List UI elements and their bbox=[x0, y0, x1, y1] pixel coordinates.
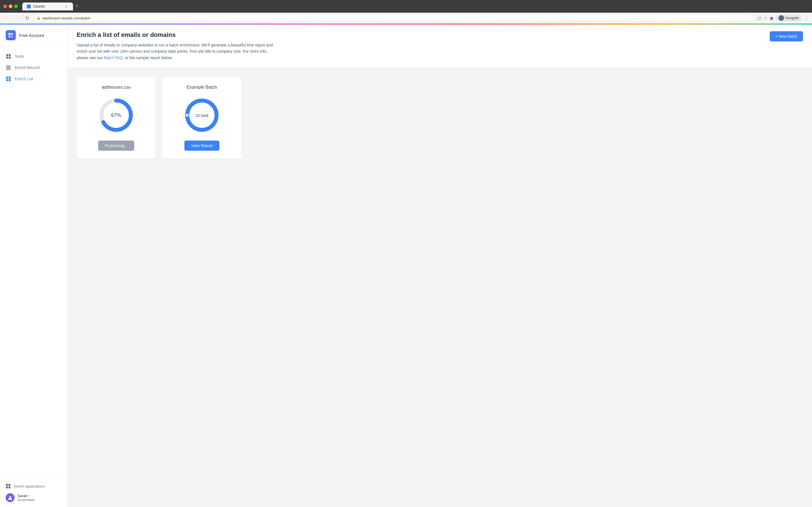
svg-rect-12 bbox=[9, 76, 11, 78]
donut-chart-addresses: 67% bbox=[96, 96, 136, 135]
chevron-icon: ▾ bbox=[29, 494, 30, 497]
close-button[interactable] bbox=[3, 4, 7, 8]
tools-icon bbox=[6, 54, 11, 59]
page-header: Enrich a list of emails or domains Uploa… bbox=[68, 24, 812, 68]
menu-icon[interactable]: ⋮ bbox=[804, 15, 809, 21]
minimize-button[interactable] bbox=[9, 4, 12, 8]
svg-rect-7 bbox=[9, 57, 11, 59]
description-text-2: , or the sample report below. bbox=[123, 55, 172, 60]
card-title-example: Example Batch bbox=[187, 85, 217, 90]
enrich-list-label: Enrich List bbox=[15, 76, 33, 81]
sidebar-logo: Free Account bbox=[0, 24, 67, 46]
page-description: Upload a list of emails or company websi… bbox=[77, 42, 274, 61]
tab-favicon bbox=[27, 4, 31, 8]
logo-icon bbox=[6, 30, 16, 40]
back-button[interactable]: ← bbox=[3, 15, 11, 21]
svg-rect-4 bbox=[6, 54, 8, 56]
svg-rect-18 bbox=[8, 487, 10, 489]
donut-center-example: 10 total bbox=[195, 112, 208, 118]
svg-rect-17 bbox=[6, 487, 8, 489]
svg-rect-14 bbox=[9, 79, 11, 81]
user-profile[interactable]: Sarah ▾ Screenlane bbox=[6, 491, 62, 504]
sidebar: Free Account Tools bbox=[0, 24, 68, 507]
forward-button[interactable]: → bbox=[13, 15, 21, 21]
url-text: dashboard.clearbit.com/batch bbox=[42, 16, 91, 20]
sidebar-footer: Switch applications Sarah ▾ Screenlane bbox=[0, 476, 67, 507]
new-batch-button[interactable]: + New batch bbox=[770, 31, 803, 41]
incognito-label: Incognito bbox=[785, 16, 799, 20]
svg-rect-5 bbox=[9, 54, 11, 56]
tab-close-button[interactable]: ✕ bbox=[64, 4, 68, 9]
main-content: Enrich a list of emails or domains Uploa… bbox=[68, 24, 812, 507]
batch-faq-link[interactable]: Batch FAQ bbox=[104, 55, 123, 60]
user-name: Sarah ▾ bbox=[17, 494, 35, 498]
switch-apps-button[interactable]: Switch applications bbox=[6, 482, 62, 491]
svg-point-20 bbox=[9, 496, 11, 498]
enrich-record-icon bbox=[6, 65, 11, 70]
svg-rect-3 bbox=[11, 36, 13, 38]
new-tab-button[interactable]: + bbox=[74, 2, 80, 10]
donut-chart-example: 10 total bbox=[182, 96, 221, 135]
svg-rect-10 bbox=[6, 69, 11, 69]
cast-icon[interactable]: ⬜ bbox=[757, 16, 762, 20]
tools-label: Tools bbox=[15, 54, 24, 59]
active-tab[interactable]: Clearbit ✕ bbox=[22, 3, 73, 10]
sidebar-item-tools[interactable]: Tools bbox=[0, 51, 67, 62]
user-info: Sarah ▾ Screenlane bbox=[17, 494, 35, 502]
processing-button: Processing... bbox=[98, 140, 135, 151]
card-title-addresses: addresses.csv bbox=[102, 85, 131, 90]
lock-icon: 🔒 bbox=[37, 16, 41, 20]
sidebar-logo-text: Free Account bbox=[19, 33, 44, 38]
sidebar-nav: Tools Enrich Record bbox=[0, 46, 67, 476]
svg-rect-8 bbox=[6, 66, 11, 66]
enrich-record-label: Enrich Record bbox=[15, 65, 40, 70]
user-company: Screenlane bbox=[17, 498, 35, 502]
svg-rect-6 bbox=[6, 57, 8, 59]
browser-toolbar: ← → ↻ 🔒 dashboard.clearbit.com/batch ⬜ ☆… bbox=[0, 13, 812, 24]
svg-rect-9 bbox=[6, 67, 11, 68]
sidebar-item-enrich-list[interactable]: Enrich List bbox=[0, 73, 67, 84]
batch-card-addresses: addresses.csv 67% Processing... bbox=[77, 77, 156, 159]
incognito-badge: 👤 Incognito bbox=[776, 14, 802, 22]
traffic-lights bbox=[3, 4, 18, 8]
svg-rect-2 bbox=[8, 36, 10, 38]
maximize-button[interactable] bbox=[14, 4, 18, 8]
page-title: Enrich a list of emails or domains bbox=[77, 31, 274, 39]
enrich-list-icon bbox=[6, 76, 11, 82]
incognito-icon: 👤 bbox=[778, 15, 784, 21]
sidebar-toggle-icon[interactable]: ▣ bbox=[770, 16, 773, 20]
page-body: addresses.csv 67% Processing... Example … bbox=[68, 68, 812, 168]
svg-rect-1 bbox=[11, 33, 13, 35]
toolbar-actions: ⬜ ☆ ▣ 👤 Incognito ⋮ bbox=[757, 14, 809, 22]
svg-rect-11 bbox=[6, 76, 8, 78]
app-layout: Free Account Tools bbox=[0, 24, 812, 507]
user-avatar bbox=[6, 493, 15, 502]
view-report-button[interactable]: View Report bbox=[185, 140, 219, 151]
svg-rect-0 bbox=[8, 33, 10, 35]
switch-apps-label: Switch applications bbox=[13, 484, 45, 489]
bookmark-icon[interactable]: ☆ bbox=[764, 16, 767, 20]
reload-button[interactable]: ↻ bbox=[24, 15, 31, 21]
batch-card-example: Example Batch 10 total View Report bbox=[162, 77, 241, 159]
address-bar[interactable]: 🔒 dashboard.clearbit.com/batch bbox=[33, 15, 755, 22]
svg-rect-16 bbox=[8, 484, 10, 486]
donut-center-addresses: 67% bbox=[111, 112, 121, 118]
svg-rect-13 bbox=[6, 79, 8, 81]
svg-rect-15 bbox=[6, 484, 8, 486]
tab-title: Clearbit bbox=[33, 4, 45, 8]
sidebar-item-enrich-record[interactable]: Enrich Record bbox=[0, 62, 67, 73]
tab-bar: Clearbit ✕ + bbox=[22, 2, 80, 10]
